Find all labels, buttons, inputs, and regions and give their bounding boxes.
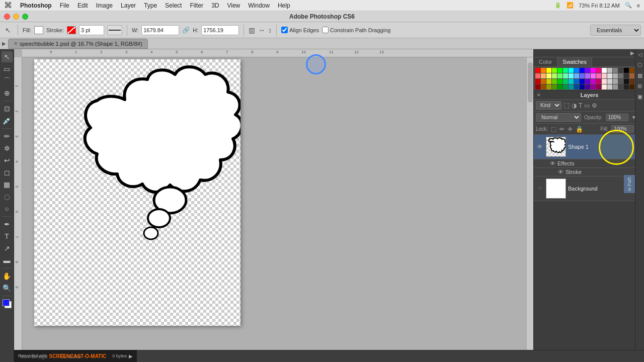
swatch-item[interactable] [546, 84, 551, 89]
swatch-item[interactable] [596, 68, 601, 73]
swatch-item[interactable] [613, 79, 618, 84]
swatch-item[interactable] [535, 79, 540, 84]
swatch-item[interactable] [541, 73, 546, 78]
menu-help[interactable]: Help [278, 2, 290, 9]
swatch-item[interactable] [569, 84, 574, 89]
swatch-item[interactable] [602, 79, 607, 84]
swatch-item[interactable] [552, 84, 557, 89]
history-tool[interactable]: ↩ [2, 155, 13, 166]
foreground-color-swatch[interactable] [3, 299, 10, 306]
swatch-item[interactable] [602, 84, 607, 89]
dodge-tool[interactable]: ○ [2, 203, 13, 214]
flip-h-icon[interactable]: ↔ [258, 26, 265, 34]
swatch-item[interactable] [629, 73, 634, 78]
pen-tool[interactable]: ✒ [2, 219, 13, 230]
stroke-color-box[interactable] [67, 26, 76, 34]
swatch-item[interactable] [569, 68, 574, 73]
swatch-item[interactable] [569, 73, 574, 78]
align-edges-checkbox[interactable] [281, 27, 288, 33]
layer-shape1[interactable]: 👁 Shape 1 fx [534, 135, 644, 159]
menu-view[interactable]: View [227, 2, 240, 9]
filter-type-icon[interactable]: T [579, 102, 582, 109]
stroke-options-btn[interactable] [107, 25, 122, 35]
path-select-tool[interactable]: ↗ [2, 243, 13, 254]
layer-visibility-bg[interactable]: 👁 [536, 185, 544, 193]
move-tool[interactable]: ↖ [2, 51, 13, 62]
swatch-item[interactable] [557, 84, 562, 89]
filter-kind-dropdown[interactable]: Kind [536, 101, 561, 110]
gradient-tool[interactable]: ▦ [2, 179, 13, 190]
swatch-item[interactable] [557, 79, 562, 84]
marquee-tool[interactable]: ▭ [2, 63, 13, 74]
blend-mode-dropdown[interactable]: Normal [536, 113, 581, 122]
lasso-tool[interactable]: ⌒ [2, 75, 13, 86]
swatch-item[interactable] [585, 79, 590, 84]
swatch-item[interactable] [546, 68, 551, 73]
menu-type[interactable]: Type [144, 2, 157, 9]
swatch-item[interactable] [585, 84, 590, 89]
layer-effects-row[interactable]: 👁 Effects [534, 159, 644, 168]
swatch-item[interactable] [602, 73, 607, 78]
swatch-item[interactable] [535, 73, 540, 78]
swatch-item[interactable] [552, 79, 557, 84]
swatches-tab[interactable]: Swatches [557, 57, 592, 66]
swatch-item[interactable] [585, 73, 590, 78]
swatch-item[interactable] [618, 79, 623, 84]
fill-color-box[interactable] [34, 26, 43, 34]
swatch-item[interactable] [629, 84, 634, 89]
swatch-item[interactable] [624, 79, 629, 84]
fill-input[interactable] [611, 125, 634, 133]
swatch-item[interactable] [629, 68, 634, 73]
workspace-selector[interactable]: Essentials [590, 25, 641, 36]
swatch-item[interactable] [574, 79, 579, 84]
swatch-item[interactable] [546, 73, 551, 78]
swatch-item[interactable] [607, 84, 612, 89]
swatch-item[interactable] [569, 79, 574, 84]
filter-pixel-icon[interactable]: ⬚ [564, 102, 570, 109]
mini-icon-3[interactable]: ▦ [637, 72, 642, 79]
filter-shape-icon[interactable]: ▭ [584, 102, 590, 109]
vertical-scrollbar[interactable] [526, 57, 533, 362]
swatch-item[interactable] [580, 79, 585, 84]
swatch-item[interactable] [546, 79, 551, 84]
swatch-item[interactable] [580, 73, 585, 78]
mini-icon-2[interactable]: ⬡ [637, 62, 642, 68]
swatch-item[interactable] [552, 73, 557, 78]
swatch-item[interactable] [624, 68, 629, 73]
swatch-item[interactable] [591, 68, 596, 73]
swatch-item[interactable] [563, 68, 568, 73]
swatch-item[interactable] [557, 68, 562, 73]
swatch-item[interactable] [563, 79, 568, 84]
swatch-item[interactable] [607, 73, 612, 78]
swatch-item[interactable] [629, 79, 634, 84]
swatch-item[interactable] [574, 84, 579, 89]
mini-icon-4[interactable]: ⊞ [637, 83, 642, 89]
lock-all-icon[interactable]: 🔒 [576, 126, 583, 133]
close-button[interactable] [4, 14, 10, 20]
clone-tool[interactable]: ✲ [2, 143, 13, 154]
swatch-item[interactable] [580, 68, 585, 73]
menu-3d[interactable]: 3D [211, 2, 219, 9]
stroke-visibility-icon[interactable]: 👁 [558, 169, 564, 175]
maximize-button[interactable] [22, 14, 28, 20]
blur-tool[interactable]: ◌ [2, 191, 13, 202]
color-tab[interactable]: Color [534, 57, 557, 66]
swatch-item[interactable] [591, 79, 596, 84]
swatch-item[interactable] [618, 68, 623, 73]
opacity-input[interactable] [606, 114, 628, 121]
swatch-item[interactable] [541, 68, 546, 73]
swatch-item[interactable] [563, 73, 568, 78]
mini-icon-1[interactable]: ◁ [638, 51, 642, 58]
mini-icon-5[interactable]: ▣ [637, 94, 642, 100]
swatch-item[interactable] [624, 84, 629, 89]
screencast-arrow[interactable]: ▶ [129, 353, 133, 359]
swatch-item[interactable] [596, 84, 601, 89]
eyedropper-tool[interactable]: 💉 [2, 115, 13, 126]
brush-tool[interactable]: ✏ [2, 131, 13, 142]
effects-visibility-icon[interactable]: 👁 [550, 160, 555, 166]
crop-tool[interactable]: ⊡ [2, 103, 13, 114]
minimize-button[interactable] [13, 14, 19, 20]
collapse-btn[interactable]: ▶ [2, 41, 6, 46]
swatch-item[interactable] [585, 68, 590, 73]
swatch-item[interactable] [557, 73, 562, 78]
